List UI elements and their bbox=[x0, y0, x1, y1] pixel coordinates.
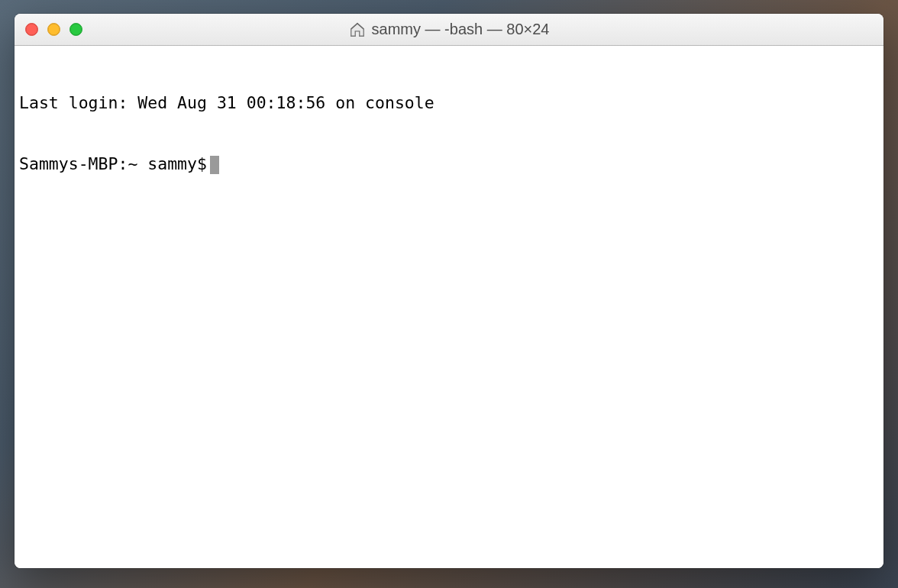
home-icon bbox=[349, 21, 366, 38]
cursor bbox=[210, 156, 219, 174]
window-title: sammy — -bash — 80×24 bbox=[372, 21, 550, 38]
last-login-line: Last login: Wed Aug 31 00:18:56 on conso… bbox=[19, 93, 879, 114]
prompt-line: Sammys-MBP:~ sammy$ bbox=[19, 154, 879, 175]
shell-prompt: Sammys-MBP:~ sammy$ bbox=[19, 154, 207, 175]
maximize-button[interactable] bbox=[69, 23, 82, 36]
close-button[interactable] bbox=[25, 23, 38, 36]
window-title-container: sammy — -bash — 80×24 bbox=[15, 21, 883, 38]
terminal-body[interactable]: Last login: Wed Aug 31 00:18:56 on conso… bbox=[15, 46, 883, 568]
minimize-button[interactable] bbox=[47, 23, 60, 36]
titlebar[interactable]: sammy — -bash — 80×24 bbox=[15, 14, 883, 46]
traffic-lights bbox=[15, 23, 82, 36]
terminal-window: sammy — -bash — 80×24 Last login: Wed Au… bbox=[15, 14, 883, 568]
